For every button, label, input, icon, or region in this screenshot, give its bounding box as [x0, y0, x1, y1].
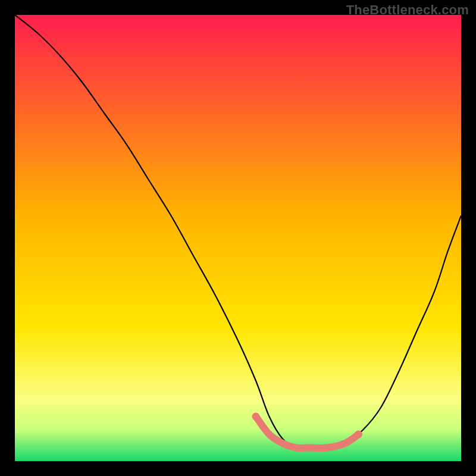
bottleneck-chart — [15, 15, 461, 461]
watermark-text: TheBottleneck.com — [346, 2, 469, 18]
highlight-endpoint-right — [355, 431, 362, 439]
highlight-endpoint-left — [252, 413, 260, 421]
